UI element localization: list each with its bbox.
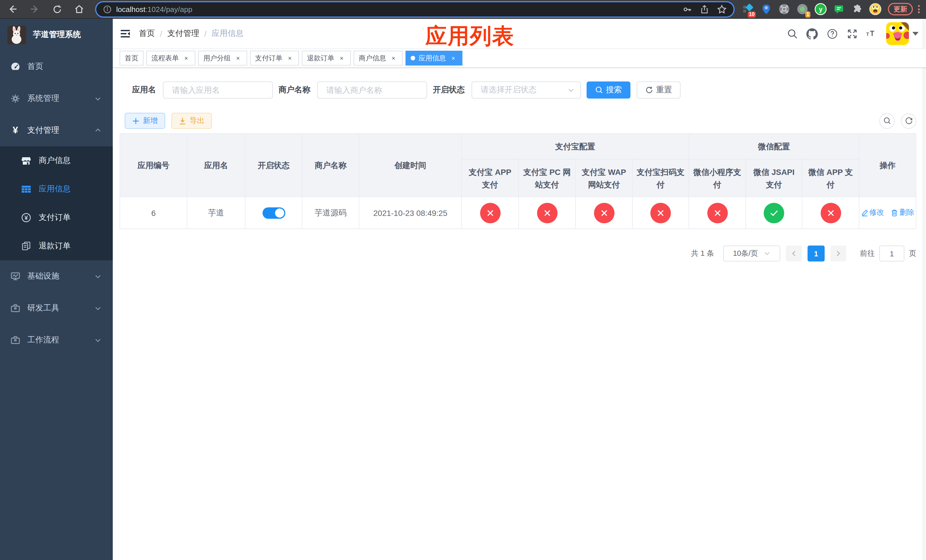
help-icon[interactable] (826, 28, 838, 39)
share-icon[interactable] (700, 4, 709, 14)
key-icon[interactable] (682, 4, 692, 14)
close-icon[interactable]: × (234, 54, 242, 62)
page-scrollbar[interactable] (923, 19, 926, 560)
tab-home[interactable]: 首页 (120, 51, 144, 65)
close-icon[interactable]: × (390, 54, 398, 62)
github-icon[interactable] (806, 28, 818, 39)
page-1-button[interactable]: 1 (808, 245, 825, 262)
back-icon[interactable] (3, 2, 22, 17)
tab-user-group[interactable]: 用户分组× (198, 51, 247, 65)
tab-app-info[interactable]: 应用信息× (406, 51, 462, 65)
extension-y-icon[interactable]: y (814, 2, 828, 16)
goto-label: 前往 (860, 248, 875, 259)
next-page-button[interactable] (830, 245, 846, 262)
reset-button[interactable]: 重置 (637, 82, 681, 98)
header-actions: TT (787, 22, 926, 45)
caret-down-icon[interactable] (912, 31, 918, 36)
config-status-icon (594, 203, 614, 223)
chevron-left-icon (790, 250, 797, 257)
cell-config (632, 197, 689, 229)
download-icon (179, 117, 186, 124)
status-select[interactable]: 请选择开启状态 (472, 82, 581, 98)
sidebar-item-workflow[interactable]: 工作流程 (0, 324, 113, 356)
status-toggle[interactable] (262, 207, 285, 218)
sidebar-item-merchant-info[interactable]: 商户信息 (0, 147, 113, 175)
pagination: 共 1 条 10条/页 1 前往 1 页 (120, 245, 916, 262)
extension-command-icon[interactable] (777, 2, 791, 16)
close-icon[interactable]: × (182, 54, 190, 62)
sidebar-item-payment[interactable]: ¥ 支付管理 (0, 115, 113, 147)
export-button[interactable]: 导出 (171, 113, 212, 129)
sidebar-item-pay-order[interactable]: 支付订单 (0, 203, 113, 232)
goto-page-input[interactable]: 1 (879, 245, 904, 262)
delete-link[interactable]: 删除 (891, 207, 914, 218)
table-row: 6 芋道 芋道源码 2021-10-23 08:49:25 修改 (120, 197, 916, 229)
extension-circle-icon[interactable]: 1 (796, 2, 809, 16)
col-merchant: 商户名称 (302, 133, 359, 197)
close-icon[interactable]: × (449, 54, 457, 62)
close-icon[interactable]: × (338, 54, 346, 62)
tab-pay-order[interactable]: 支付订单× (250, 51, 299, 65)
table-toolbar: 新增 导出 (120, 113, 916, 129)
logo-avatar (8, 25, 26, 44)
sidebar-item-label: 系统管理 (27, 94, 59, 104)
address-bar[interactable]: localhost:1024/pay/app (96, 2, 734, 16)
screen: localhost:1024/pay/app 10 1 y 更新 (0, 0, 926, 560)
extensions-puzzle-icon[interactable] (850, 2, 864, 16)
breadcrumb-home[interactable]: 首页 (139, 29, 155, 39)
toolbox-icon (10, 303, 21, 313)
sidebar-item-infrastructure[interactable]: 基础设施 (0, 260, 113, 292)
search-icon[interactable] (787, 28, 798, 39)
forward-icon[interactable] (26, 2, 44, 17)
col-created: 创建时间 (359, 133, 461, 197)
search-button[interactable]: 搜索 (587, 82, 631, 98)
browser-menu-icon[interactable] (918, 5, 920, 13)
reload-icon[interactable] (48, 2, 66, 17)
sidebar-item-refund-order[interactable]: 退款订单 (0, 232, 113, 260)
page-size-select[interactable]: 10条/页 (723, 245, 780, 262)
filter-label-status: 开启状态 (433, 85, 465, 95)
tab-merchant-info[interactable]: 商户信息× (354, 51, 402, 65)
extension-diamond-icon[interactable]: 10 (741, 2, 755, 16)
config-status-icon (707, 203, 728, 223)
user-avatar[interactable] (886, 22, 909, 45)
fullscreen-icon[interactable] (846, 28, 858, 39)
tab-refund-order[interactable]: 退款订单× (302, 51, 351, 65)
col-status: 开启状态 (245, 133, 302, 197)
sidebar-item-app-info[interactable]: 应用信息 (0, 175, 113, 203)
sidebar-item-home[interactable]: 首页 (0, 51, 113, 83)
collapse-sidebar-icon[interactable] (120, 28, 131, 39)
sidebar-item-label: 首页 (27, 62, 43, 72)
prev-page-button[interactable] (786, 245, 802, 262)
tab-process-form[interactable]: 流程表单× (146, 51, 195, 65)
sidebar-item-label: 商户信息 (39, 156, 71, 166)
sidebar-item-dev-tools[interactable]: 研发工具 (0, 292, 113, 324)
sidebar-submenu: 商户信息 应用信息 支付订单 退款订单 (0, 147, 113, 260)
search-icon (883, 117, 891, 125)
chevron-down-icon (567, 86, 575, 94)
font-size-icon[interactable]: TT (866, 28, 878, 39)
close-icon[interactable]: × (286, 54, 294, 62)
chevron-down-icon (764, 250, 770, 257)
briefcase-icon (10, 335, 21, 345)
extension-badge: 10 (748, 11, 756, 18)
app-name-input[interactable] (163, 82, 273, 98)
merchant-name-input[interactable] (317, 82, 427, 98)
sidebar-logo[interactable]: 芋道管理系统 (0, 19, 113, 51)
sidebar-item-system[interactable]: 系统管理 (0, 83, 113, 115)
total-count: 共 1 条 (691, 248, 714, 259)
cell-config (802, 197, 859, 229)
star-icon[interactable] (717, 4, 727, 14)
home-icon[interactable] (70, 2, 88, 17)
extension-chat-icon[interactable] (832, 2, 846, 16)
refresh-button[interactable] (901, 113, 916, 129)
col-alipay-wap: 支付宝 WAP网站支付 (575, 159, 632, 197)
update-button[interactable]: 更新 (888, 3, 913, 15)
add-button[interactable]: 新增 (125, 113, 165, 129)
show-search-button[interactable] (879, 113, 895, 129)
extension-pin-icon[interactable] (759, 2, 773, 16)
breadcrumb-payment[interactable]: 支付管理 (168, 29, 199, 39)
filter-label-merchant: 商户名称 (278, 85, 310, 95)
profile-avatar-icon[interactable] (869, 2, 882, 16)
edit-link[interactable]: 修改 (861, 207, 884, 218)
